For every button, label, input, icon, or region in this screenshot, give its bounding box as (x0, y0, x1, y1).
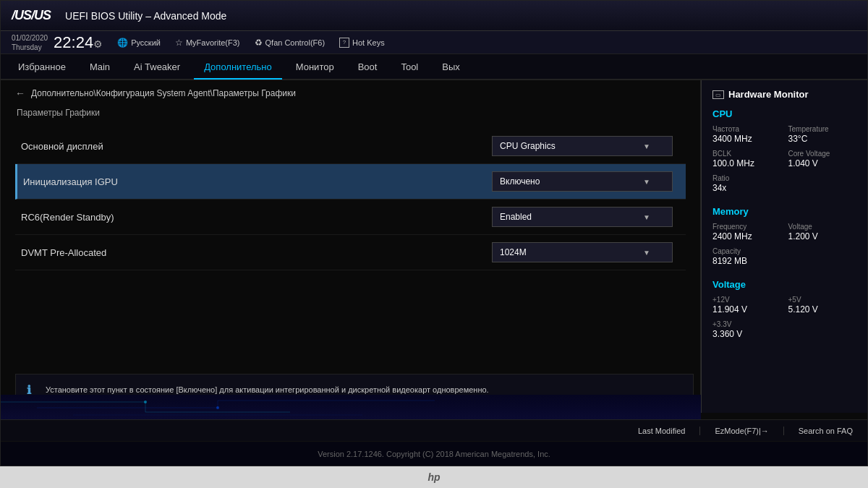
svg-point-8 (216, 406, 219, 409)
chevron-down-icon-1: ▼ (643, 178, 650, 186)
hw-cpu-title: CPU (712, 108, 856, 119)
setting-value-3: 1024M ▼ (492, 242, 680, 262)
right-panel: ▭ Hardware Monitor CPU Частота 3400 MHz … (701, 80, 867, 413)
hw-cpu-temp: Temperature 33°C (788, 125, 857, 144)
setting-value-0: CPU Graphics ▼ (492, 136, 680, 156)
setting-label-3: DVMT Pre-Allocated (21, 247, 492, 258)
nav-dopolnitelno[interactable]: Дополнительно (194, 56, 282, 80)
hw-mem-capacity: Capacity 8192 MB (712, 247, 856, 266)
nav-monitor[interactable]: Монитор (286, 56, 344, 78)
hw-monitor-label: Hardware Monitor (728, 89, 809, 100)
setting-value-2: Enabled ▼ (492, 207, 680, 227)
dropdown-3[interactable]: 1024M ▼ (492, 242, 673, 262)
time-display: 22:24⚙ (54, 33, 103, 52)
hw-cpu-voltage: Core Voltage 1.040 V (788, 150, 857, 168)
nav-tool[interactable]: Tool (391, 56, 428, 78)
fan-icon: ♻ (255, 38, 263, 48)
globe-icon: 🌐 (117, 38, 128, 48)
nav-main[interactable]: Main (80, 56, 120, 78)
hw-cpu-freq: Частота 3400 MHz (712, 125, 781, 144)
hotkeys-icon: ? (339, 38, 349, 48)
hp-bezel: hp (0, 466, 868, 488)
nav-ai-tweaker[interactable]: Ai Tweaker (124, 56, 190, 78)
hw-mem-freq: Frequency 2400 MHz (712, 223, 781, 241)
nav-boot[interactable]: Boot (348, 56, 388, 78)
breadcrumb: ← Дополнительно\Конфигурация System Agen… (15, 87, 686, 99)
hw-cpu-grid: Частота 3400 MHz Temperature 33°C BCLK 1… (712, 125, 856, 196)
header-bar: /US/US UEFI BIOS Utility – Advanced Mode (1, 1, 867, 31)
circuit-svg (1, 395, 701, 419)
hw-voltage-grid: +12V 11.904 V +5V 5.120 V +3.3V 3.360 V (712, 296, 856, 342)
dropdown-0[interactable]: CPU Graphics ▼ (492, 136, 673, 156)
date-display: 01/02/2020 Thursday (12, 33, 48, 52)
setting-value-1: Включено ▼ (492, 171, 680, 192)
back-arrow-icon[interactable]: ← (15, 87, 25, 99)
nav-exit[interactable]: Вых (432, 56, 470, 78)
chevron-down-icon-2: ▼ (643, 213, 650, 221)
info-bar-items: 🌐 Русский ☆ MyFavorite(F3) ♻ Qfan Contro… (117, 38, 385, 48)
star-icon: ☆ (175, 38, 183, 48)
nav-menu: Избранное Main Ai Tweaker Дополнительно … (1, 54, 867, 80)
hw-voltage-section: Voltage +12V 11.904 V +5V 5.120 V +3.3V … (712, 279, 856, 342)
hw-v33: +3.3V 3.360 V (712, 320, 856, 339)
search-faq-button[interactable]: Search on FAQ (784, 427, 867, 435)
hw-memory-section: Memory Frequency 2400 MHz Voltage 1.200 … (712, 206, 856, 269)
hw-cpu-ratio: Ratio 34x (712, 174, 856, 193)
chevron-down-icon-0: ▼ (643, 142, 650, 150)
hw-voltage-title: Voltage (712, 279, 856, 290)
language-item[interactable]: 🌐 Русский (117, 38, 161, 48)
setting-label-2: RC6(Render Standby) (21, 212, 492, 223)
asus-logo: /US/US (12, 8, 51, 23)
hp-logo: hp (427, 471, 440, 483)
hw-cpu-bclk: BCLK 100.0 MHz (712, 150, 781, 168)
setting-label-0: Основной дисплей (21, 141, 492, 152)
qfan-item[interactable]: ♻ Qfan Control(F6) (255, 38, 326, 48)
ez-mode-button[interactable]: EzMode(F7)|→ (700, 427, 783, 435)
setting-row-2[interactable]: RC6(Render Standby) Enabled ▼ (15, 200, 686, 235)
bios-container: /US/US UEFI BIOS Utility – Advanced Mode… (0, 0, 868, 466)
settings-table: Основной дисплей CPU Graphics ▼ Инициали… (15, 129, 686, 270)
setting-row-0[interactable]: Основной дисплей CPU Graphics ▼ (15, 129, 686, 164)
hw-monitor-title: ▭ Hardware Monitor (712, 89, 856, 100)
last-modified: Last Modified (624, 427, 700, 435)
footer-text: Version 2.17.1246. Copyright (C) 2018 Am… (318, 450, 550, 458)
monitor-icon: ▭ (712, 90, 724, 99)
hw-v12: +12V 11.904 V (712, 296, 781, 314)
status-bar: Last Modified EzMode(F7)|→ Search on FAQ (1, 419, 867, 441)
left-panel: ← Дополнительно\Конфигурация System Agen… (1, 80, 701, 413)
chevron-down-icon-3: ▼ (643, 249, 650, 257)
hw-memory-title: Memory (712, 206, 856, 217)
setting-row-1[interactable]: Инициализация IGPU Включено ▼ (15, 164, 686, 200)
myfavorite-item[interactable]: ☆ MyFavorite(F3) (175, 38, 240, 48)
setting-label-1: Инициализация IGPU (23, 176, 492, 187)
hw-mem-voltage: Voltage 1.200 V (788, 223, 857, 241)
dropdown-2[interactable]: Enabled ▼ (492, 207, 673, 227)
section-label: Параметры Графики (15, 108, 686, 118)
nav-izbrannoye[interactable]: Избранное (8, 56, 76, 78)
hw-memory-grid: Frequency 2400 MHz Voltage 1.200 V Capac… (712, 223, 856, 269)
svg-point-7 (144, 401, 147, 403)
hw-cpu-section: CPU Частота 3400 MHz Temperature 33°C BC… (712, 108, 856, 196)
footer-bar: Version 2.17.1246. Copyright (C) 2018 Am… (1, 441, 867, 466)
hotkeys-item[interactable]: ? Hot Keys (339, 38, 385, 48)
circuit-decoration (1, 395, 701, 419)
hw-v5: +5V 5.120 V (788, 296, 857, 314)
main-area: ← Дополнительно\Конфигурация System Agen… (1, 80, 867, 413)
info-bar: 01/02/2020 Thursday 22:24⚙ 🌐 Русский ☆ M… (1, 31, 867, 54)
breadcrumb-path: Дополнительно\Конфигурация System Agent\… (31, 88, 296, 98)
dropdown-1[interactable]: Включено ▼ (492, 171, 673, 192)
setting-row-3[interactable]: DVMT Pre-Allocated 1024M ▼ (15, 235, 686, 270)
bios-title: UEFI BIOS Utility – Advanced Mode (65, 10, 226, 22)
